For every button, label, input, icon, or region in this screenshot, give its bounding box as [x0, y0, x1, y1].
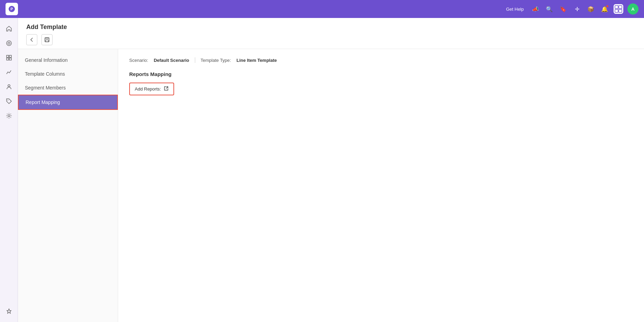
page-header: Add Template	[18, 18, 644, 49]
scenario-bar: Scenario: Default Scenario Template Type…	[129, 57, 633, 63]
box-icon[interactable]: 📦	[586, 4, 596, 14]
sidebar-item-layers[interactable]	[2, 37, 16, 50]
active-module-icon[interactable]	[614, 4, 623, 14]
external-link-icon	[164, 86, 169, 92]
search-icon[interactable]: 🔍	[544, 4, 554, 14]
svg-point-14	[8, 115, 10, 117]
back-button[interactable]	[26, 34, 37, 45]
bell-icon[interactable]: 🔔	[600, 4, 609, 14]
body-layout: General Information Template Columns Seg…	[18, 49, 644, 322]
content-area: Add Template	[18, 18, 644, 322]
svg-rect-5	[619, 9, 622, 12]
main-content: Scenario: Default Scenario Template Type…	[118, 49, 644, 322]
svg-rect-10	[7, 58, 9, 60]
app-logo: P	[6, 3, 18, 15]
left-navigation: General Information Template Columns Seg…	[18, 49, 118, 322]
nav-item-segment-members[interactable]: Segment Members	[18, 81, 118, 95]
svg-rect-2	[615, 6, 618, 9]
top-navigation: P Get Help 📣 🔍 🔖 ✛ 📦 🔔 A	[0, 0, 644, 18]
sidebar-item-pin[interactable]	[2, 305, 16, 318]
svg-rect-3	[619, 6, 622, 9]
save-button[interactable]	[41, 34, 53, 45]
sidebar-item-grid[interactable]	[2, 51, 16, 64]
svg-point-7	[8, 42, 10, 44]
svg-rect-16	[46, 38, 48, 39]
nav-item-report-mapping[interactable]: Report Mapping	[18, 95, 118, 110]
svg-rect-11	[9, 58, 11, 60]
app-logo-container: P	[6, 3, 18, 15]
get-help-link[interactable]: Get Help	[506, 7, 524, 12]
megaphone-icon[interactable]: 📣	[531, 4, 540, 14]
sidebar-item-person[interactable]	[2, 80, 16, 93]
add-reports-label: Add Reports:	[135, 86, 161, 92]
svg-text:P: P	[10, 7, 13, 11]
reports-mapping-title: Reports Mapping	[129, 71, 633, 77]
add-reports-button[interactable]: Add Reports:	[129, 83, 174, 95]
svg-rect-4	[615, 9, 618, 12]
icon-sidebar	[0, 18, 18, 322]
user-avatar[interactable]: A	[627, 3, 638, 15]
nav-item-template-columns[interactable]: Template Columns	[18, 67, 118, 81]
template-type-prefix: Template Type:	[201, 58, 231, 63]
svg-point-6	[7, 41, 11, 46]
template-type-value: Line Item Template	[236, 58, 277, 63]
sidebar-item-tag[interactable]	[2, 95, 16, 108]
svg-rect-8	[7, 55, 9, 57]
scenario-value: Default Scenario	[154, 58, 189, 63]
scenario-divider	[195, 57, 195, 63]
nav-item-general-information[interactable]: General Information	[18, 53, 118, 67]
sidebar-item-home[interactable]	[2, 22, 16, 35]
toolbar	[26, 34, 636, 49]
bookmark-icon[interactable]: 🔖	[558, 4, 568, 14]
notification-badge	[606, 5, 609, 8]
svg-point-13	[8, 100, 8, 101]
page-title: Add Template	[26, 23, 636, 31]
sidebar-item-settings[interactable]	[2, 109, 16, 122]
svg-point-12	[8, 85, 10, 87]
scenario-prefix: Scenario:	[129, 58, 148, 63]
svg-rect-9	[9, 55, 11, 57]
sidebar-item-chart[interactable]	[2, 66, 16, 79]
main-layout: Add Template	[0, 18, 644, 322]
crosshair-icon[interactable]: ✛	[572, 4, 582, 14]
